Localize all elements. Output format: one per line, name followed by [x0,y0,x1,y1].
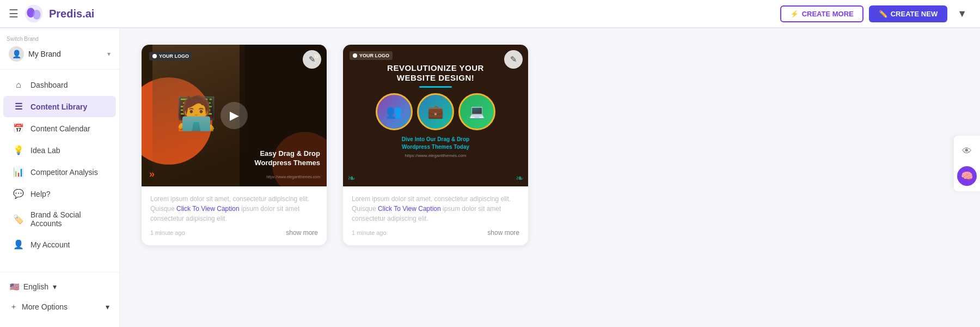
card1-logo-badge: YOUR LOGO [149,52,192,60]
lang-chevron-icon: ▾ [53,282,57,291]
deco-ornament-left: ❧ [347,172,356,184]
card1-caption-link[interactable]: Click To View Caption [176,205,240,213]
brand-icon: 🏷️ [13,214,24,225]
content-library-icon: ☰ [13,101,24,112]
card2-circle-2: 💼 [417,93,454,130]
filter-button[interactable]: ▼ [953,6,971,22]
sidebar-item-label: Content Library [30,102,87,111]
create-new-button[interactable]: ✏️ CREATE NEW [869,5,947,22]
sidebar-item-idea-lab[interactable]: 💡 Idea Lab [3,140,116,161]
card2-show-more[interactable]: show more [487,229,519,237]
more-options-label: More Options [22,302,68,311]
circle1-content: 👥 [386,104,402,119]
sidebar-item-label: Brand & Social Accounts [30,210,106,228]
card1-logo-text: YOUR LOGO [159,53,189,59]
svg-point-2 [33,10,40,20]
card1-caption: Lorem ipsum dolor sit amet, consectetur … [150,194,318,223]
brand-name: My Brand [28,50,103,58]
content-card-1: 🧑‍💻 YOUR LOGO » ▶ [142,45,327,245]
lightning-icon: ⚡ [790,10,799,18]
language-select[interactable]: 🇺🇸 English ▾ [0,277,119,296]
chevron-down-icon: ▾ [107,50,111,58]
card2-body: Lorem ipsum dolor sit amet, consectetur … [343,186,528,245]
card2-corner-deco: ❧ ❧ [343,170,528,186]
account-icon: 👤 [13,239,24,250]
card2-image-area: YOUR LOGO REVOLUTIONIZE YOUR WEBSITE DES… [343,45,528,186]
sidebar-item-brand-social[interactable]: 🏷️ Brand & Social Accounts [3,205,116,233]
circle3-content: 💻 [469,104,485,119]
sidebar-item-label: My Account [30,240,70,249]
card1-show-more[interactable]: show more [286,229,318,237]
top-header: ☰ Predis.ai ⚡ CREATE MORE ✏️ CREATE NEW … [0,0,980,28]
play-button[interactable]: ▶ [220,102,248,129]
sidebar: Switch Brand 👤 My Brand ▾ ⌂ Dashboard ☰ … [0,28,120,327]
logo-text: Predis.ai [49,8,94,20]
card1-edit-button[interactable]: ✎ [303,50,321,69]
card2-logo-badge: YOUR LOGO [350,51,393,60]
hamburger-icon[interactable]: ☰ [9,7,19,20]
sidebar-item-label: Help? [30,190,51,198]
card2-logo-text: YOUR LOGO [359,53,389,58]
card2-footer: 1 minute ago show more [352,229,519,237]
sidebar-bottom: 🇺🇸 English ▾ ＋ More Options ▾ [0,272,119,322]
analysis-icon: 📊 [13,167,24,177]
sidebar-item-dashboard[interactable]: ⌂ Dashboard [3,75,116,95]
sidebar-item-label: Dashboard [30,81,68,89]
switch-brand-label: Switch Brand [7,36,113,42]
right-brain-button[interactable]: 🧠 [957,166,977,186]
logo-icon [24,4,44,23]
card2-caption-link[interactable]: Click To View Caption [378,205,441,213]
card2-logo-bar: YOUR LOGO [350,51,522,60]
sidebar-item-label: Idea Lab [30,146,60,155]
pencil-icon: ✏️ [879,10,887,18]
circle2-content: 💼 [427,104,444,119]
idea-icon: 💡 [13,145,24,155]
card2-caption: Lorem ipsum dolor sit amet, consectetur … [352,194,519,223]
card1-url: https://www.elegantthemes.com [266,175,320,179]
card2-circles-row: 👥 💼 💻 [376,93,495,130]
card2-subtitle: Dive Into Our Drag & DropWordpress Theme… [402,136,469,151]
card1-timestamp: 1 minute ago [150,229,185,236]
card2-timestamp: 1 minute ago [352,229,387,236]
sidebar-item-label: Competitor Analysis [30,168,98,177]
card2-headline: REVOLUTIONIZE YOUR WEBSITE DESIGN! [387,63,484,83]
dashboard-icon: ⌂ [13,80,24,90]
header-right: ⚡ CREATE MORE ✏️ CREATE NEW ▼ [780,5,971,22]
card2-teal-line [419,86,452,88]
flag-icon: 🇺🇸 [10,282,19,291]
help-icon: 💬 [13,189,24,199]
card2-edit-button[interactable]: ✎ [504,50,523,69]
card1-logo-bar: YOUR LOGO » [142,50,327,62]
language-label: English [23,282,48,291]
right-icons-panel: 👁 🧠 [953,136,980,191]
main-area: Switch Brand 👤 My Brand ▾ ⌂ Dashboard ☰ … [0,28,980,327]
sidebar-item-my-account[interactable]: 👤 My Account [3,234,116,255]
brand-select[interactable]: 👤 My Brand ▾ [7,44,113,64]
switch-brand-section: Switch Brand 👤 My Brand ▾ [0,28,119,70]
card1-bottom-arrows: » [149,168,155,180]
more-options-chevron: ▾ [106,302,109,311]
sidebar-item-help[interactable]: 💬 Help? [3,183,116,204]
nav-list: ⌂ Dashboard ☰ Content Library 📅 Content … [0,70,119,272]
sidebar-item-competitor-analysis[interactable]: 📊 Competitor Analysis [3,161,116,183]
logo-dot [152,54,157,58]
card1-footer: 1 minute ago show more [150,229,318,237]
sidebar-item-label: Content Calendar [30,124,90,133]
deco-ornament-right: ❧ [516,172,524,184]
card2-logo-dot [353,53,357,58]
plus-icon: ＋ [10,302,17,312]
more-options-item[interactable]: ＋ More Options ▾ [0,296,119,317]
sidebar-item-content-calendar[interactable]: 📅 Content Calendar [3,118,116,139]
card1-body: Lorem ipsum dolor sit amet, consectetur … [142,186,327,245]
card2-url: https://www.elegantthemes.com [405,153,467,158]
calendar-icon: 📅 [13,123,24,134]
content-area: 🧑‍💻 YOUR LOGO » ▶ [120,28,980,327]
header-left: ☰ Predis.ai [9,4,94,23]
right-eye-button[interactable]: 👁 [957,141,977,161]
create-more-button[interactable]: ⚡ CREATE MORE [780,5,863,22]
sidebar-item-content-library[interactable]: ☰ Content Library [3,96,116,117]
brand-avatar: 👤 [9,46,24,62]
card2-circle-1: 👥 [376,93,413,130]
card2-circle-3: 💻 [458,93,495,130]
card1-image-area: 🧑‍💻 YOUR LOGO » ▶ [142,45,327,186]
